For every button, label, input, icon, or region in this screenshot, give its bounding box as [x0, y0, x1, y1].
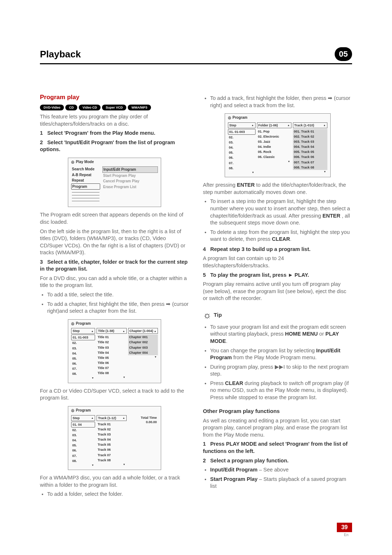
tip-header: ☼ Tip: [203, 309, 352, 321]
osd-cell: 008. Track 08: [293, 165, 327, 170]
step-text: Press PLAY MODE and select 'Program' fro…: [203, 441, 348, 454]
osd-cell: Track 03: [97, 432, 127, 437]
osd-cell: 03.: [71, 433, 95, 438]
key-start-program: Start Program Play: [210, 476, 258, 482]
osd-cell: Title 03: [97, 345, 127, 350]
osd-cell: 004. Track 04: [293, 144, 327, 149]
step-text: Select a title, chapter, folder or track…: [40, 259, 188, 272]
osd-cell: 007. Track 07: [293, 160, 327, 165]
osd-cell: 03.: [228, 140, 256, 145]
osd-cell: 08.: [228, 166, 256, 171]
tip-label: Tip: [214, 311, 222, 319]
body-text: For a WMA/MP3 disc, you can add a whole …: [40, 474, 189, 489]
osd-cell: 04. Indie: [257, 144, 291, 149]
osd-cell: 05.: [71, 356, 95, 361]
osd-cell: Track 02: [97, 427, 127, 432]
col-header: Title (1-38): [97, 328, 127, 334]
step-3: 3 Select a title, chapter, folder or tra…: [40, 259, 189, 273]
osd-cell: 02.: [71, 340, 95, 345]
col-header: Step: [71, 415, 95, 421]
osd-title: Program: [68, 320, 161, 328]
body-text: The Program edit screen that appears dep…: [40, 211, 189, 226]
osd-cell: 03. Jazz: [257, 139, 291, 144]
step-text: Select 'Input/Edit Program' from the lis…: [40, 139, 175, 153]
osd-cell: Track 05: [97, 442, 127, 447]
osd-cell: Track 08: [97, 458, 127, 463]
osd-cell: 01. Pop: [257, 129, 291, 134]
osd-cell: 01. 01-003: [228, 129, 256, 135]
bullet-item: To delete a step from the program list, …: [210, 229, 352, 243]
osd-cell: 06.: [71, 448, 95, 453]
right-arrow-icon: ➡: [328, 95, 332, 101]
gear-icon: ☼: [203, 309, 212, 321]
step-number: 1: [203, 441, 206, 447]
osd-cell: Title 08: [97, 370, 127, 376]
osd-cell: 002. Track 02: [293, 134, 327, 139]
body-text: After pressing ENTER to add the title/ch…: [203, 182, 352, 196]
osd-cell: 02.: [228, 135, 256, 140]
osd-cell: Track 07: [97, 453, 127, 458]
bullet-list: To add a folder, select the folder.: [40, 491, 189, 498]
bullet-item: To save your program list and exit the p…: [210, 324, 352, 345]
osd-cell: 07.: [228, 161, 256, 166]
section-heading: Program play: [40, 93, 189, 102]
next-track-icon: ▶▶I: [275, 364, 285, 370]
osd-cell: 001. Track 01: [293, 129, 327, 134]
osd-cell: Title 01: [97, 335, 127, 340]
step-5: 5 To play the program list, press ► PLAY…: [203, 272, 352, 279]
osd-cell: Track 04: [97, 437, 127, 442]
osd-cell: 003. Track 03: [293, 139, 327, 144]
step-number: 1: [40, 130, 43, 136]
page-footer: 39 En: [40, 523, 352, 537]
bullet-item: During program play, press ▶▶I to skip t…: [210, 364, 352, 378]
osd-item-highlight: Input/Edit Program: [102, 166, 158, 173]
document-page: Playback 05 Program play DVD-Video CD Vi…: [0, 0, 392, 555]
left-column: Program play DVD-Video CD Video CD Super…: [40, 93, 189, 501]
bullet-item: To add a track, first highlight the fold…: [210, 95, 352, 109]
osd-title: Play Mode: [68, 158, 161, 166]
chapter-title: Playback: [40, 49, 81, 60]
chapter-number-badge: 05: [335, 47, 352, 61]
osd-cell: Track 06: [97, 447, 127, 452]
col-header: Folder (1-06): [257, 122, 291, 128]
bullet-item: Press CLEAR during playback to switch of…: [210, 380, 352, 401]
osd-cell: Title 04: [97, 350, 127, 355]
step-2: 2 Select 'Input/Edit Program' from the l…: [40, 139, 189, 153]
osd-cell: 05.: [71, 443, 95, 448]
osd-item: Start Program Play: [102, 173, 158, 179]
badge-cd: CD: [65, 105, 77, 110]
osd-cell: 01. 01-003: [71, 335, 95, 340]
scroll-down-icon: [228, 171, 256, 174]
step-text: Select 'Program' from the Play Mode menu…: [47, 130, 155, 136]
bullet-item: To insert a step into the program list, …: [210, 198, 352, 226]
osd-cell: 01. 04: [71, 422, 95, 428]
body-text: Program play remains active until you tu…: [203, 281, 352, 302]
body-text: For a CD or Video CD/Super VCD, select a…: [40, 388, 189, 402]
osd-cell: 06. Classic: [257, 154, 291, 159]
key-clear: CLEAR: [272, 236, 290, 242]
osd-cell: 06.: [228, 155, 256, 160]
key-clear: CLEAR: [225, 380, 243, 386]
scroll-down-icon: [128, 355, 158, 358]
bullet-item: Input/Edit Program – See above: [210, 466, 352, 474]
osd-play-mode: Play Mode Search Mode A-B Repeat Repeat …: [68, 158, 161, 207]
osd-cell: 02.: [71, 428, 95, 433]
osd-item: Search Mode: [71, 166, 100, 172]
osd-cell: 08.: [71, 458, 95, 463]
bullet-item: Start Program Play – Starts playback of …: [210, 476, 352, 490]
page-number: 39: [337, 523, 352, 532]
tip-list: To save your program list and exit the p…: [203, 324, 352, 401]
osd-cell: 04.: [228, 145, 256, 150]
key-enter: ENTER: [322, 213, 340, 219]
osd-item-selected: Program: [71, 183, 100, 190]
osd-item: Repeat: [71, 178, 100, 183]
osd-item: Erase Program List: [102, 184, 158, 190]
osd-cell: 07.: [71, 453, 95, 458]
intro-text: This feature lets you program the play o…: [40, 113, 189, 127]
step-text: To play the program list, press ► PLAY.: [210, 272, 309, 278]
body-text: On the left side is the program list, th…: [40, 228, 189, 256]
step-text: Repeat step 3 to build up a program list…: [210, 246, 310, 252]
osd-cell: 06.: [71, 361, 95, 366]
body-text: A program list can contain up to 24 titl…: [203, 255, 352, 269]
step-1b: 1 Press PLAY MODE and select 'Program' f…: [203, 441, 352, 455]
